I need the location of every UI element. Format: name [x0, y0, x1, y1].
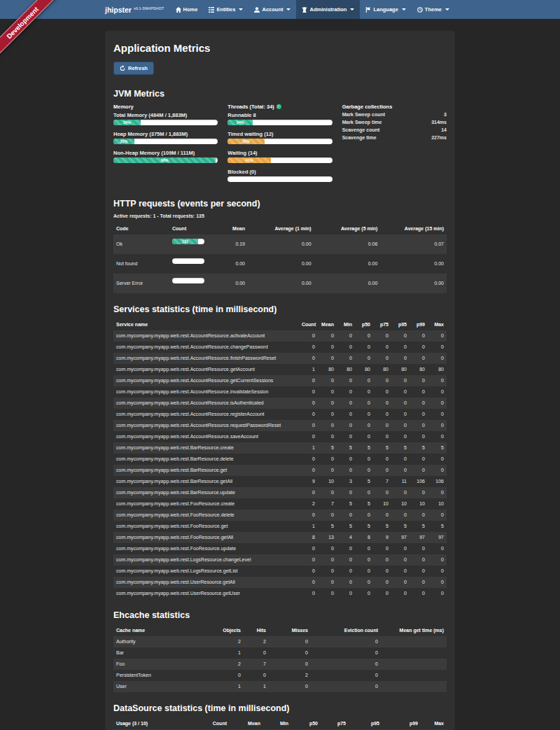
chevron-down-icon: [402, 8, 406, 10]
column-header: p95: [391, 319, 410, 330]
count-progress-track: [172, 258, 204, 264]
progress-track: 35%: [227, 139, 332, 144]
datasource-table: Usage (3 / 10) Count Mean Min p50 p75 p9…: [113, 718, 447, 730]
nav-item-theme[interactable]: Theme: [412, 0, 455, 19]
gc-value: 314ms: [431, 118, 447, 126]
services-table: Service name Count Mean Min p50 p75 p95 …: [113, 319, 447, 599]
service-row: com.mycompany.myapp.web.rest.AccountReso…: [113, 431, 447, 442]
service-name: com.mycompany.myapp.web.rest.AccountReso…: [113, 353, 299, 364]
nav-item-home[interactable]: Home: [170, 0, 204, 19]
column-header: Mean: [230, 718, 263, 729]
cache-row: User 1 1 0 0: [113, 681, 447, 692]
service-row: com.mycompany.myapp.web.rest.BarResource…: [113, 442, 447, 454]
service-row: com.mycompany.myapp.web.rest.AccountReso…: [113, 353, 447, 364]
gc-label: Scavenge time: [342, 134, 377, 141]
service-name: com.mycompany.myapp.web.rest.AccountReso…: [113, 364, 299, 375]
http-mean: 0.00: [214, 254, 248, 274]
service-name: com.mycompany.myapp.web.rest.AccountReso…: [113, 420, 299, 431]
column-header: p99: [382, 718, 421, 729]
http-avg15: 0.07: [380, 234, 447, 254]
service-row: com.mycompany.myapp.web.rest.FooResource…: [113, 498, 447, 510]
progress-fill: 26%: [113, 120, 141, 125]
column-header: Count: [299, 319, 318, 330]
user-icon: [254, 7, 260, 13]
column-header: Max: [421, 718, 447, 729]
service-row: com.mycompany.myapp.web.rest.BarResource…: [113, 454, 447, 465]
nav-item-administration[interactable]: Administration: [296, 0, 360, 19]
http-mean: 0.00: [214, 274, 248, 293]
progress-track: 24%: [227, 120, 332, 125]
column-header: Count: [204, 718, 230, 729]
column-header: p50: [355, 319, 373, 330]
chevron-down-icon: [445, 8, 449, 10]
column-header: Hits: [244, 625, 269, 636]
cache-row: PersistentToken 0 0 2 0: [113, 670, 447, 681]
service-name: com.mycompany.myapp.web.rest.AccountReso…: [113, 431, 299, 442]
service-row: com.mycompany.myapp.web.rest.UserResourc…: [113, 577, 447, 588]
gc-label: Mark Sweep time: [342, 118, 382, 126]
refresh-button[interactable]: Refresh: [113, 62, 154, 75]
column-header: p99: [410, 319, 428, 330]
gc-label: Scavenge count: [342, 126, 380, 134]
column-header: p75: [321, 718, 349, 729]
nav-item-language[interactable]: Language: [360, 0, 411, 19]
column-header: Service name: [113, 319, 299, 330]
service-name: com.mycompany.myapp.web.rest.LogsResourc…: [113, 554, 299, 566]
service-row: com.mycompany.myapp.web.rest.BarResource…: [113, 465, 447, 476]
threads-column: Threads (Total: 34) Runnable 8 24% Timed…: [227, 104, 332, 188]
service-row: com.mycompany.myapp.web.rest.FooResource…: [113, 510, 447, 521]
page-title: Application Metrics: [113, 42, 447, 54]
cache-row: Authority 2 2 0 0: [113, 636, 447, 647]
thread-dump-eye-icon[interactable]: [276, 104, 281, 109]
gc-rows: Mark Sweep count 3 Mark Sweep time 314ms…: [342, 111, 447, 141]
service-name: com.mycompany.myapp.web.rest.FooResource…: [113, 532, 299, 543]
gc-value: 14: [441, 126, 447, 134]
progress-fill: 98%: [113, 157, 216, 163]
nav-item-account[interactable]: Account: [248, 0, 296, 19]
progress-track: [227, 176, 332, 182]
threads-title: Threads (Total: 34): [227, 104, 332, 110]
service-name: com.mycompany.myapp.web.rest.AccountReso…: [113, 386, 299, 398]
column-header: Mean: [214, 223, 248, 234]
navbar: jhipster v0.1-SNAPSHOT Home Entities Acc…: [0, 0, 560, 19]
http-avg1: 0.00: [248, 274, 314, 293]
service-name: com.mycompany.myapp.web.rest.BarResource…: [113, 465, 299, 476]
column-header: Count: [169, 223, 214, 234]
metric-label: Timed waiting (12): [227, 131, 332, 137]
column-header: p50: [291, 718, 321, 729]
cache-row: Foo 2 7 0 0: [113, 659, 447, 670]
nav-item-entities[interactable]: Entities: [203, 0, 248, 19]
service-name: com.mycompany.myapp.web.rest.LogsResourc…: [113, 566, 299, 577]
column-header: p95: [349, 718, 382, 729]
http-avg1: 0.00: [248, 254, 314, 274]
metric-row: Heap Memory (375M / 1,883M) 20%: [113, 131, 218, 144]
http-row: Ok 132 0.19 0.00 0.06 0.07: [113, 234, 447, 254]
http-row: Server Error 0.00 0.00 0.00 0.00: [113, 274, 447, 293]
ehcache-heading: Ehcache statistics: [113, 610, 447, 620]
progress-fill: 20%: [113, 139, 134, 144]
brand-link[interactable]: jhipster v0.1-SNAPSHOT: [105, 0, 164, 19]
metric-label: Total Memory (484M / 1,883M): [113, 112, 218, 118]
http-avg1: 0.00: [248, 234, 314, 254]
service-name: com.mycompany.myapp.web.rest.BarResource…: [113, 476, 299, 487]
service-row: com.mycompany.myapp.web.rest.AccountReso…: [113, 386, 447, 398]
cache-name: Foo: [113, 659, 218, 670]
metrics-panel: Application Metrics Refresh JVM Metrics …: [105, 31, 455, 730]
service-name: com.mycompany.myapp.web.rest.UserResourc…: [113, 588, 299, 599]
progress-fill: 24%: [227, 120, 253, 125]
http-row: Not found 0.00 0.00 0.00 0.00: [113, 254, 447, 274]
http-avg5: 0.06: [314, 234, 381, 254]
home-icon: [176, 7, 181, 13]
http-mean: 0.19: [214, 234, 248, 254]
cache-row: Bar 1 0 0 0: [113, 647, 447, 659]
service-name: com.mycompany.myapp.web.rest.AccountReso…: [113, 409, 299, 420]
column-header: Average (15 min): [380, 223, 447, 234]
metric-label: Non-Heap Memory (109M / 111M): [113, 150, 218, 156]
service-row: com.mycompany.myapp.web.rest.AccountReso…: [113, 375, 447, 386]
progress-track: 98%: [113, 157, 218, 163]
gc-title: Garbage collections: [342, 104, 447, 110]
column-header: Mean: [318, 319, 337, 330]
service-name: com.mycompany.myapp.web.rest.BarResource…: [113, 454, 299, 465]
cache-name: Authority: [113, 636, 218, 647]
http-code: Not found: [113, 254, 169, 274]
